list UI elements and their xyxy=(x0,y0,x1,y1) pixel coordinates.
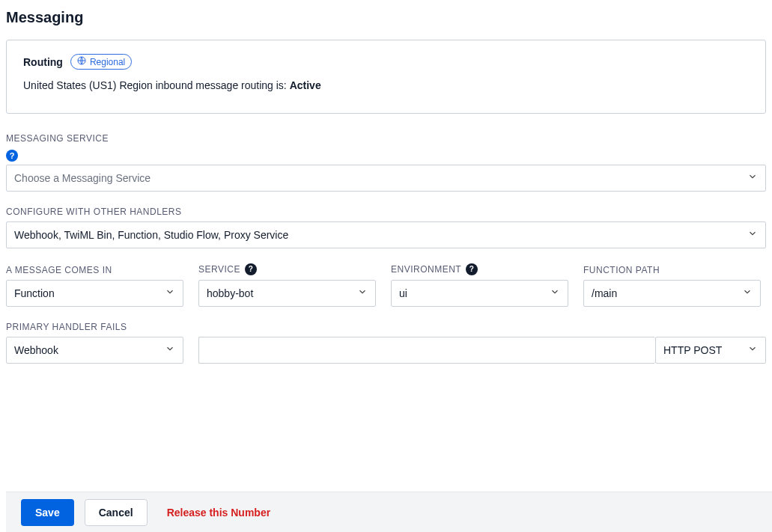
messaging-service-select[interactable]: Choose a Messaging Service xyxy=(6,165,766,192)
footer-bar: Save Cancel Release this Number xyxy=(6,492,772,532)
chevron-down-icon xyxy=(747,343,758,356)
primary-fails-url-input[interactable] xyxy=(198,337,655,364)
messaging-service-value: Choose a Messaging Service xyxy=(14,172,151,184)
function-path-select[interactable]: /main xyxy=(583,280,761,307)
help-icon[interactable]: ? xyxy=(466,263,478,275)
regional-badge[interactable]: Regional xyxy=(70,54,132,70)
messaging-service-label: MESSAGING SERVICE xyxy=(6,133,766,144)
routing-status-value: Active xyxy=(290,79,321,91)
routing-card: Routing Regional United States (US1) Reg… xyxy=(6,40,766,114)
service-select[interactable]: hobby-bot xyxy=(198,280,376,307)
environment-select[interactable]: ui xyxy=(391,280,568,307)
http-method-select[interactable]: HTTP POST xyxy=(655,337,766,364)
configure-handlers-label: CONFIGURE WITH OTHER HANDLERS xyxy=(6,207,766,217)
help-icon[interactable]: ? xyxy=(6,150,18,162)
function-path-value: /main xyxy=(592,287,617,299)
configure-handlers-value: Webhook, TwiML Bin, Function, Studio Flo… xyxy=(14,229,288,241)
service-label: SERVICE xyxy=(198,264,240,275)
chevron-down-icon xyxy=(357,287,368,299)
routing-status: United States (US1) Region inbound messa… xyxy=(23,79,749,94)
chevron-down-icon xyxy=(165,343,175,356)
globe-icon xyxy=(77,56,86,67)
primary-fails-label: PRIMARY HANDLER FAILS xyxy=(6,322,183,332)
incoming-label: A MESSAGE COMES IN xyxy=(6,265,183,275)
http-method-value: HTTP POST xyxy=(663,344,722,356)
routing-label: Routing xyxy=(23,56,63,68)
chevron-down-icon xyxy=(742,287,753,299)
chevron-down-icon xyxy=(747,228,758,241)
incoming-value: Function xyxy=(14,287,55,299)
service-value: hobby-bot xyxy=(207,287,253,299)
chevron-down-icon xyxy=(747,171,758,184)
routing-status-prefix: United States (US1) Region inbound messa… xyxy=(23,79,290,91)
primary-fails-select[interactable]: Webhook xyxy=(6,337,183,364)
page-title: Messaging xyxy=(6,9,766,26)
regional-badge-label: Regional xyxy=(90,57,125,67)
help-icon[interactable]: ? xyxy=(245,263,257,275)
chevron-down-icon xyxy=(550,287,560,299)
incoming-select[interactable]: Function xyxy=(6,280,183,307)
function-path-label: FUNCTION PATH xyxy=(583,265,761,275)
configure-handlers-select[interactable]: Webhook, TwiML Bin, Function, Studio Flo… xyxy=(6,221,766,248)
environment-label: ENVIRONMENT xyxy=(391,264,461,275)
save-button[interactable]: Save xyxy=(21,499,74,526)
cancel-button[interactable]: Cancel xyxy=(85,499,148,526)
environment-value: ui xyxy=(399,287,407,299)
primary-fails-value: Webhook xyxy=(14,344,58,356)
chevron-down-icon xyxy=(165,287,175,299)
release-number-link[interactable]: Release this Number xyxy=(167,507,271,519)
